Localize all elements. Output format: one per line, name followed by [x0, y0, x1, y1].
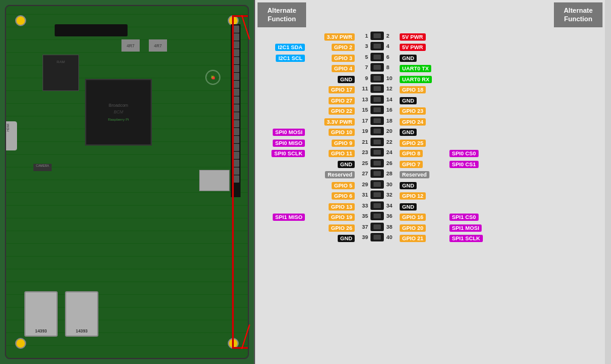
pin-connector-pair	[369, 63, 385, 72]
pin-row: GND910UART0 RX	[258, 73, 602, 83]
pin-connector-pair	[369, 106, 385, 114]
red-corner-top	[246, 15, 248, 17]
right-pin-number: 20	[386, 128, 398, 134]
left-pin-name: GND	[306, 232, 355, 243]
raspberry-pi-board: 4R7 4R7 Broadcom BCM Raspberry Pi RAM	[0, 0, 255, 364]
left-pin-name: GPIO 19	[306, 211, 355, 221]
right-pin-name: GND	[400, 179, 448, 190]
left-pin-name: GND	[306, 73, 355, 84]
left-pin-number: 11	[356, 86, 368, 92]
left-pin-name: GPIO 11	[306, 147, 355, 158]
pin-row: 3.3V PWR1718GPIO 24	[258, 116, 602, 126]
right-pin-name: GPIO 12	[400, 189, 448, 200]
left-alt-func-header: AlternateFunction	[258, 2, 306, 27]
right-pin-name: GND	[400, 200, 448, 211]
left-pin-name: GPIO 9	[306, 136, 355, 147]
right-pin-name: GND	[400, 52, 448, 62]
ethernet-port	[199, 170, 230, 191]
pin-row: SPI1 MISOGPIO 193536GPIO 16SPI1 CS0	[258, 211, 602, 221]
left-pin-name: 3.3V PWR	[306, 115, 355, 126]
right-pin-name: 5V PWR	[400, 41, 448, 52]
pin-row: I2C1 SDAGPIO 2345V PWR	[258, 41, 602, 51]
right-pin-number: 36	[386, 213, 398, 219]
mounting-hole-tl	[15, 15, 26, 26]
right-pin-number: 24	[386, 149, 398, 155]
pin-row: Reserved2728Reserved	[258, 169, 602, 178]
left-pin-number: 9	[356, 75, 368, 81]
left-alt-label: SPI0 SCLK	[258, 147, 305, 158]
right-pin-number: 32	[386, 192, 398, 198]
left-pin-number: 19	[356, 128, 368, 134]
right-pin-number: 2	[386, 33, 398, 39]
left-pin-name: Reserved	[306, 168, 355, 179]
right-pin-name: 5V PWR	[400, 30, 448, 41]
left-pin-number: 37	[356, 224, 368, 230]
pin-connector-pair	[369, 212, 385, 220]
right-alt-func-header: AlternateFunction	[554, 2, 602, 27]
right-alt-label: SPI0 CS0	[449, 147, 497, 158]
left-pin-number: 17	[356, 118, 368, 124]
left-pin-number: 27	[356, 170, 368, 177]
right-pin-name: UART0 RX	[400, 73, 448, 84]
pin-connector-pair	[369, 74, 385, 83]
pin-connector-pair	[369, 95, 385, 104]
left-pin-name: GPIO 17	[306, 83, 355, 94]
right-pin-number: 12	[386, 86, 398, 92]
left-alt-label: SPI1 MISO	[258, 211, 305, 221]
pin-connector-pair	[369, 180, 385, 189]
pin-row: GPIO 271314GND	[258, 95, 602, 104]
right-pin-number: 8	[386, 64, 398, 70]
left-pin-name: GPIO 22	[306, 104, 355, 115]
right-pin-name: GPIO 18	[400, 83, 448, 94]
pin-connector-pair	[369, 159, 385, 167]
pins-container: 3.3V PWR125V PWRI2C1 SDAGPIO 2345V PWRI2…	[255, 30, 605, 364]
right-pin-number: 14	[386, 96, 398, 103]
right-pin-number: 16	[386, 107, 398, 113]
left-pin-name: GPIO 27	[306, 94, 355, 105]
red-corner-bottom	[246, 347, 248, 349]
pin-row: GPIO 63132GPIO 12	[258, 190, 602, 200]
pin-connector-pair	[369, 127, 385, 135]
right-pin-number: 34	[386, 203, 398, 209]
pin-connector-pair	[369, 190, 385, 199]
pin-row: GND2526GPIO 7SPI0 CS1	[258, 158, 602, 168]
pin-row: SPI0 MOSIGPIO 101920GND	[258, 126, 602, 136]
pin-row: SPI0 SCLKGPIO 112324GPIO 8SPI0 CS0	[258, 147, 602, 157]
left-alt-label: SPI0 MISO	[258, 136, 305, 147]
pin-connector-pair	[369, 42, 385, 50]
right-pin-name: GND	[400, 94, 448, 105]
right-pin-number: 28	[386, 170, 398, 177]
left-pin-name: GPIO 3	[306, 52, 355, 62]
right-pin-name: GPIO 24	[400, 115, 448, 126]
right-pin-name: GPIO 8	[400, 147, 448, 158]
pin-connector-pair	[369, 138, 385, 146]
right-pin-name: GPIO 20	[400, 221, 448, 232]
left-pin-number: 5	[356, 54, 368, 60]
rpi-logo: 🍓	[205, 70, 220, 85]
left-alt-label: SPI0 MOSI	[258, 126, 305, 136]
pin-diagram-section: AlternateFunction AlternateFunction 3.3V…	[255, 0, 605, 364]
pin-connector-pair	[369, 148, 385, 157]
right-pin-number: 18	[386, 118, 398, 124]
display-connector	[55, 24, 128, 36]
right-pin-number: 10	[386, 75, 398, 81]
right-pin-number: 40	[386, 234, 398, 240]
right-pin-number: 6	[386, 54, 398, 60]
camera-connector: CAMERA	[33, 164, 52, 171]
right-pin-number: 30	[386, 181, 398, 187]
left-pin-name: GPIO 10	[306, 126, 355, 136]
right-pin-name: GPIO 23	[400, 104, 448, 115]
usb-ports: 14393 14393	[24, 291, 98, 337]
pin-row: GPIO 52930GND	[258, 180, 602, 189]
mounting-hole-bl	[15, 338, 26, 349]
pin-row: GND3940GPIO 21SPI1 SCLK	[258, 232, 602, 242]
right-pin-name: GPIO 7	[400, 158, 448, 169]
left-pin-number: 29	[356, 181, 368, 187]
left-pin-number: 3	[356, 43, 368, 49]
pin-connector-pair	[369, 223, 385, 231]
right-pin-name: Reserved	[400, 168, 448, 179]
cpu-chip: Broadcom BCM Raspberry Pi	[85, 79, 152, 146]
pin-row: GPIO 478UART0 TX	[258, 62, 602, 72]
left-pin-name: GND	[306, 158, 355, 169]
pin-connector-pair	[369, 116, 385, 125]
